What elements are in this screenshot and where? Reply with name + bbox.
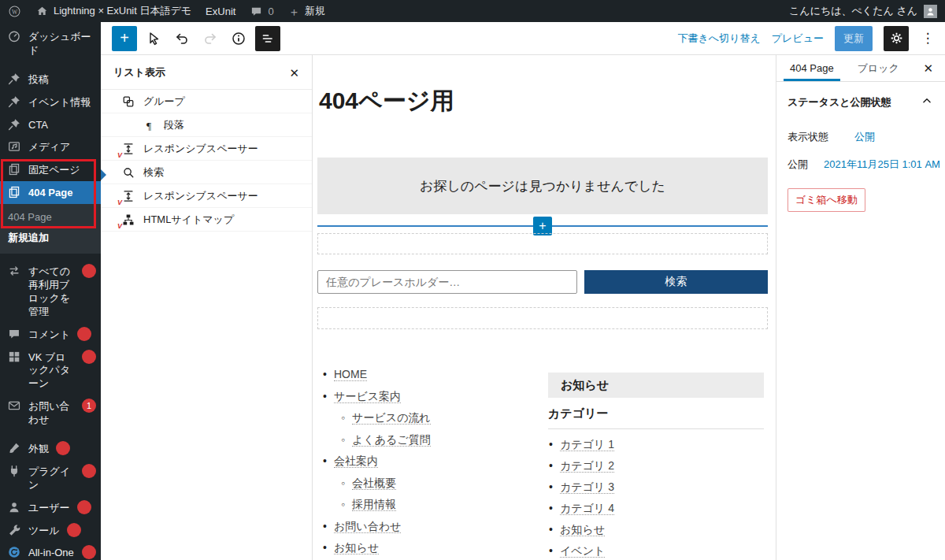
notification-badge bbox=[77, 500, 91, 514]
pin-icon bbox=[7, 72, 21, 86]
select-tool-button[interactable] bbox=[142, 26, 165, 51]
block-inserter-button[interactable]: + bbox=[112, 26, 137, 51]
sitemap-link: 会社概要 bbox=[340, 473, 544, 495]
sidebar-menu-item[interactable]: 固定ページ bbox=[0, 158, 101, 181]
visibility-value-link[interactable]: 公開 bbox=[854, 130, 875, 144]
list-view-row[interactable]: ¶V 段落 bbox=[101, 113, 312, 137]
media-icon bbox=[7, 139, 21, 154]
status-panel-header[interactable]: ステータスと公開状態 bbox=[776, 82, 945, 117]
publish-label: 公開 bbox=[788, 158, 824, 172]
brush-icon bbox=[7, 441, 21, 455]
user-greeting[interactable]: こんにちは、ぺくたん さん bbox=[789, 4, 917, 18]
pages-icon bbox=[7, 162, 21, 176]
category-link: カテゴリ 3 bbox=[548, 477, 764, 498]
new-content-menu[interactable]: ＋ 新規 bbox=[288, 4, 325, 18]
vk-block-badge: V bbox=[117, 152, 122, 159]
sidebar-menu-item[interactable]: ツール bbox=[0, 519, 101, 542]
search-button[interactable]: 検索 bbox=[584, 270, 768, 294]
comment-count: 0 bbox=[268, 6, 273, 17]
spacer-block-2[interactable] bbox=[317, 307, 768, 329]
site-link[interactable]: Lightning × ExUnit 日本語デモ bbox=[35, 4, 191, 18]
publish-row: 公開 2021年11月25日 1:01 AM bbox=[776, 158, 945, 172]
wordpress-menu[interactable]: W bbox=[8, 5, 21, 18]
settings-gear-button[interactable] bbox=[884, 26, 909, 51]
exunit-menu[interactable]: ExUnit bbox=[206, 6, 235, 17]
reusable-icon bbox=[7, 264, 21, 278]
admin-bar-right: こんにちは、ぺくたん さん bbox=[789, 4, 945, 18]
sitemap-link: お知らせ bbox=[322, 537, 544, 559]
move-to-trash-button[interactable]: ゴミ箱へ移動 bbox=[788, 188, 865, 212]
user-icon bbox=[7, 500, 21, 514]
post-title-field[interactable]: 404ページ用 bbox=[319, 85, 454, 117]
notification-badge bbox=[77, 327, 91, 341]
list-view-panel: リスト表示 ✕ V グループ ¶V 段落 V レスポンシブスペーサー bbox=[101, 55, 313, 560]
list-view-title: リスト表示 bbox=[113, 65, 165, 80]
sitemap-link: 採用情報 bbox=[340, 494, 544, 516]
category-heading: カテゴリー bbox=[548, 406, 764, 429]
search-block: 検索 bbox=[317, 270, 768, 294]
sitemap-icon bbox=[121, 213, 135, 227]
options-menu-button[interactable]: ⋮ bbox=[920, 30, 936, 46]
close-icon[interactable]: ✕ bbox=[289, 67, 299, 79]
sidebar-menu-item[interactable]: CTA bbox=[0, 113, 101, 136]
sitemap-link: よくあるご質問 bbox=[340, 429, 544, 451]
submenu-item-404page-list[interactable]: 404 Page bbox=[0, 207, 101, 227]
admin-bar-left: W Lightning × ExUnit 日本語デモ ExUnit 0 ＋ 新規 bbox=[0, 4, 789, 18]
notification-badge bbox=[56, 441, 70, 455]
list-view-toggle-button[interactable] bbox=[255, 26, 280, 51]
sidebar-item-404page[interactable]: 404 Page bbox=[0, 181, 101, 204]
list-view-row[interactable]: V 検索 bbox=[101, 161, 312, 184]
sidebar-menu-item[interactable]: イベント情報 bbox=[0, 91, 101, 113]
notification-badge bbox=[67, 523, 81, 537]
spacer-icon bbox=[121, 142, 135, 156]
chevron-up-icon bbox=[920, 94, 934, 110]
sidebar-menu-item[interactable]: 外観 bbox=[0, 437, 101, 460]
list-view-row[interactable]: V グループ bbox=[101, 90, 312, 113]
sidebar-menu-item[interactable]: すべての再利用ブロックを管理 bbox=[0, 260, 101, 323]
sidebar-menu-item[interactable]: ダッシュボード bbox=[0, 25, 101, 61]
close-settings-icon[interactable]: ✕ bbox=[911, 61, 945, 76]
list-view-rows: V グループ ¶V 段落 V レスポンシブスペーサー V 検索 bbox=[101, 89, 312, 232]
list-view-row[interactable]: V HTMLサイトマップ bbox=[101, 208, 312, 232]
category-link: お知らせ bbox=[548, 519, 764, 540]
sitemap-link: 会社案内 bbox=[322, 451, 544, 473]
preview-link[interactable]: プレビュー bbox=[772, 32, 824, 46]
update-button[interactable]: 更新 bbox=[835, 26, 873, 51]
notification-badge bbox=[82, 545, 96, 559]
publish-date-link[interactable]: 2021年11月25日 1:01 AM bbox=[824, 158, 940, 172]
avatar[interactable] bbox=[924, 5, 937, 18]
spacer-block-1[interactable] bbox=[317, 233, 768, 254]
switch-to-draft-link[interactable]: 下書きへ切り替え bbox=[678, 32, 761, 46]
pin-icon bbox=[7, 117, 21, 132]
site-name: Lightning × ExUnit 日本語デモ bbox=[54, 4, 191, 18]
sidebar-menu-item[interactable]: All-in-One WP Migration bbox=[0, 541, 101, 560]
grid-icon bbox=[7, 350, 21, 364]
tab-document[interactable]: 404 Page bbox=[778, 55, 846, 81]
svg-text:¶: ¶ bbox=[146, 119, 151, 131]
editor-toolbar-right: 下書きへ切り替え プレビュー 更新 ⋮ bbox=[678, 26, 945, 51]
search-input[interactable] bbox=[317, 270, 577, 294]
submenu-item-add-new[interactable]: 新規追加 bbox=[0, 227, 101, 249]
category-link: カテゴリ 2 bbox=[548, 455, 764, 477]
sidebar-menu-item[interactable]: VK ブロックパターン bbox=[0, 346, 101, 395]
plus-icon: ＋ bbox=[288, 6, 300, 17]
sidebar-menu-item[interactable]: ユーザー bbox=[0, 496, 101, 519]
details-button[interactable] bbox=[227, 26, 250, 51]
sidebar-menu-item[interactable]: プラグイン bbox=[0, 460, 101, 496]
tab-block[interactable]: ブロック bbox=[846, 55, 911, 81]
comments-menu[interactable]: 0 bbox=[250, 5, 273, 18]
list-view-row[interactable]: V レスポンシブスペーサー bbox=[101, 184, 312, 208]
editor-toolbar-left: + bbox=[101, 26, 678, 51]
sidebar-menu-item[interactable]: お問い合わせ 1 bbox=[0, 395, 101, 431]
category-link: カテゴリ 1 bbox=[548, 434, 764, 455]
not-found-message-block[interactable]: お探しのページは見つかりませんでした bbox=[317, 158, 768, 214]
sidebar-menu-item[interactable]: メディア bbox=[0, 135, 101, 158]
category-link: イベント bbox=[548, 540, 764, 560]
sidebar-menu-item[interactable]: コメント bbox=[0, 323, 101, 346]
redo-button[interactable] bbox=[198, 26, 222, 51]
wrench-icon bbox=[7, 523, 21, 537]
sidebar-menu-item[interactable]: 投稿 bbox=[0, 68, 101, 91]
list-view-row[interactable]: V レスポンシブスペーサー bbox=[101, 137, 312, 161]
undo-button[interactable] bbox=[170, 26, 194, 51]
comments-bubble-icon bbox=[250, 5, 263, 18]
